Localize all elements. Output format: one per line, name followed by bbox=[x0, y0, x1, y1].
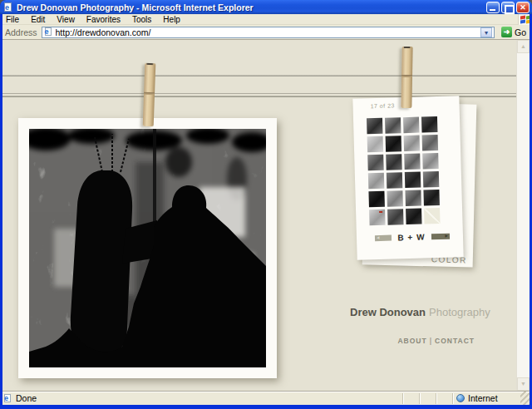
clothespin bbox=[401, 47, 412, 108]
thumbnail[interactable] bbox=[421, 116, 438, 133]
thumbnail-empty bbox=[424, 208, 441, 224]
thumbnail[interactable] bbox=[405, 172, 421, 189]
status-bar: e Done Internet bbox=[0, 391, 532, 405]
menu-edit[interactable]: Edit bbox=[25, 15, 51, 24]
menu-bar: File Edit View Favorites Tools Help bbox=[0, 14, 532, 25]
ie-page-icon: e bbox=[3, 2, 13, 12]
thumbnail[interactable] bbox=[387, 190, 403, 207]
page-icon: e bbox=[44, 27, 53, 37]
thumbnail[interactable] bbox=[403, 117, 420, 134]
arrow-right-icon: ▸ bbox=[445, 233, 448, 239]
thumbnail[interactable] bbox=[406, 209, 422, 225]
address-url[interactable]: http://drewdonovan.com/ bbox=[56, 27, 480, 37]
clothesline-wire bbox=[2, 75, 516, 76]
maximize-button[interactable] bbox=[501, 2, 515, 13]
close-button[interactable]: ✕ bbox=[516, 2, 530, 13]
thumbnail[interactable] bbox=[422, 135, 439, 151]
thumbnail[interactable] bbox=[367, 118, 383, 135]
security-zone-pane: Internet bbox=[452, 393, 520, 404]
scroll-up-icon[interactable]: ▲ bbox=[517, 40, 530, 53]
site-brand: Drew DonovanPhotography bbox=[350, 306, 475, 318]
boxer-photo-illustration bbox=[29, 129, 266, 367]
bw-gallery-sheet: 17 of 23 ◂ B + W ▸ bbox=[352, 96, 463, 259]
address-label: Address bbox=[5, 27, 37, 37]
chevron-down-icon[interactable]: ▾ bbox=[480, 27, 492, 37]
thumbnail[interactable] bbox=[386, 154, 402, 170]
thumbnail[interactable] bbox=[368, 191, 385, 208]
menu-help[interactable]: Help bbox=[157, 15, 186, 24]
thumbnail[interactable] bbox=[405, 190, 421, 207]
thumbnail[interactable] bbox=[369, 209, 386, 226]
thumbnail[interactable] bbox=[404, 154, 421, 170]
current-photo-marker bbox=[379, 211, 382, 213]
thumbnail[interactable] bbox=[387, 172, 403, 189]
menu-tools[interactable]: Tools bbox=[126, 15, 157, 24]
about-link[interactable]: ABOUT bbox=[397, 337, 426, 345]
address-bar: Address e http://drewdonovan.com/ ▾ ➜ Go bbox=[0, 25, 532, 40]
go-button[interactable]: ➜ Go bbox=[498, 25, 530, 39]
title-bar: e Drew Donovan Photography - Microsoft I… bbox=[0, 0, 532, 14]
menu-favorites[interactable]: Favorites bbox=[81, 15, 126, 24]
thumbnail[interactable] bbox=[423, 171, 440, 188]
go-arrow-icon: ➜ bbox=[501, 27, 512, 37]
status-pane bbox=[419, 393, 436, 404]
scroll-down-icon[interactable]: ▼ bbox=[517, 377, 530, 391]
thumbnail[interactable] bbox=[404, 136, 421, 152]
thumbnail[interactable] bbox=[385, 117, 401, 134]
thumbnail[interactable] bbox=[387, 209, 404, 225]
site-navigation: ABOUT|CONTACT bbox=[350, 337, 475, 345]
contact-link[interactable]: CONTACT bbox=[435, 337, 475, 345]
status-pane bbox=[402, 393, 419, 404]
series-label: B + W bbox=[392, 232, 431, 242]
window-title: Drew Donovan Photography - Microsoft Int… bbox=[17, 2, 486, 12]
prev-page-button[interactable]: ◂ bbox=[375, 235, 392, 242]
clothesline-wire bbox=[2, 93, 516, 94]
thumbnail-grid bbox=[367, 116, 441, 225]
link-separator: | bbox=[430, 337, 432, 345]
thumbnail[interactable] bbox=[386, 136, 402, 152]
minimize-button[interactable] bbox=[486, 2, 500, 13]
window-border bbox=[0, 405, 532, 409]
internet-globe-icon bbox=[456, 394, 465, 402]
web-page-content: COLOR 17 of 23 ◂ B + W ▸ Drew DonovanPho… bbox=[2, 40, 516, 391]
brand-name: Drew Donovan bbox=[350, 306, 426, 318]
thumbnail[interactable] bbox=[422, 153, 439, 170]
brand-suffix: Photography bbox=[429, 306, 490, 318]
done-page-icon: e bbox=[3, 394, 12, 403]
featured-photo bbox=[18, 118, 277, 378]
clothespin bbox=[143, 63, 156, 126]
zone-label: Internet bbox=[468, 393, 498, 403]
arrow-left-icon: ◂ bbox=[377, 234, 380, 241]
gallery-navigation: ◂ B + W ▸ bbox=[357, 231, 463, 244]
status-text: Done bbox=[16, 393, 37, 403]
window-border bbox=[0, 14, 2, 405]
vertical-scrollbar[interactable]: ▲ ▼ bbox=[516, 40, 530, 391]
thumbnail[interactable] bbox=[423, 190, 440, 206]
menu-view[interactable]: View bbox=[51, 15, 81, 24]
thumbnail[interactable] bbox=[367, 136, 384, 153]
photo-counter: 17 of 23 bbox=[370, 102, 394, 109]
next-page-button[interactable]: ▸ bbox=[431, 234, 450, 240]
address-input[interactable]: e http://drewdonovan.com/ ▾ bbox=[42, 27, 495, 38]
menu-file[interactable]: File bbox=[0, 15, 25, 24]
thumbnail[interactable] bbox=[368, 173, 385, 190]
status-pane bbox=[436, 393, 452, 404]
thumbnail[interactable] bbox=[367, 155, 384, 171]
browser-window: e Drew Donovan Photography - Microsoft I… bbox=[0, 0, 532, 409]
